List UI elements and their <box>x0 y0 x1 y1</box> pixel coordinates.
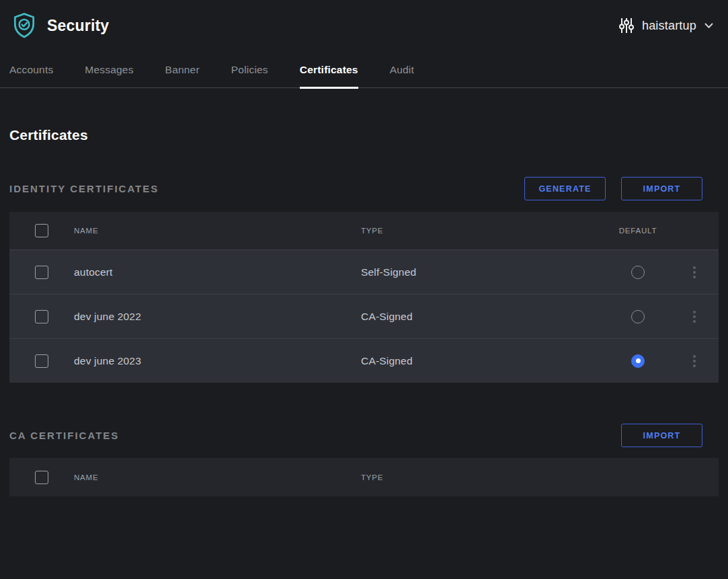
kebab-menu-icon[interactable] <box>670 311 719 323</box>
generate-button[interactable]: GENERATE <box>524 177 606 200</box>
column-header-type: TYPE <box>352 227 606 235</box>
import-ca-button[interactable]: IMPORT <box>621 424 702 447</box>
column-header-type: TYPE <box>352 473 719 481</box>
tab-messages[interactable]: Messages <box>85 64 133 87</box>
tab-certificates[interactable]: Certificates <box>300 64 358 87</box>
ca-certificates-section: CA CERTIFICATES IMPORT NAME TYPE <box>9 424 719 496</box>
table-row-dev-june-2023: dev june 2023 CA-Signed <box>9 338 719 383</box>
select-all-checkbox[interactable] <box>35 224 48 237</box>
cert-type: CA-Signed <box>352 355 606 367</box>
chevron-down-icon <box>704 23 713 29</box>
org-name: haistartup <box>642 19 696 33</box>
row-checkbox[interactable] <box>35 354 48 368</box>
tab-policies[interactable]: Policies <box>231 64 268 87</box>
org-switcher[interactable]: haistartup <box>619 17 716 34</box>
app-title: Security <box>47 17 109 35</box>
tab-banner[interactable]: Banner <box>165 64 200 87</box>
cert-type: CA-Signed <box>352 311 606 323</box>
app-header: Security haistartup <box>0 0 728 40</box>
column-header-default: DEFAULT <box>606 227 670 235</box>
page-title: Certificates <box>9 127 719 143</box>
table-header-row: NAME TYPE DEFAULT <box>9 212 719 249</box>
select-all-checkbox[interactable] <box>35 471 48 484</box>
import-identity-button[interactable]: IMPORT <box>621 177 702 200</box>
sliders-icon <box>619 17 634 34</box>
row-checkbox[interactable] <box>35 266 48 279</box>
identity-certificates-table: NAME TYPE DEFAULT autocert Self-Signed d… <box>9 212 719 383</box>
ca-certificates-table: NAME TYPE <box>9 458 719 496</box>
cert-name: dev june 2023 <box>65 355 352 367</box>
table-header-row: NAME TYPE <box>9 458 719 496</box>
app-branding: Security <box>12 12 109 39</box>
column-header-name: NAME <box>65 227 352 235</box>
kebab-menu-icon[interactable] <box>670 266 719 278</box>
cert-name: dev june 2022 <box>65 311 352 323</box>
shield-check-icon <box>12 12 36 39</box>
certificates-page: Certificates IDENTITY CERTIFICATES GENER… <box>0 127 728 496</box>
default-radio[interactable] <box>631 354 645 368</box>
column-header-name: NAME <box>65 473 352 481</box>
tab-accounts[interactable]: Accounts <box>9 64 53 87</box>
table-row-autocert: autocert Self-Signed <box>9 249 719 294</box>
default-radio[interactable] <box>631 266 645 279</box>
tab-audit[interactable]: Audit <box>390 64 414 87</box>
identity-certificates-section: IDENTITY CERTIFICATES GENERATE IMPORT NA… <box>9 177 719 383</box>
row-checkbox[interactable] <box>35 310 48 323</box>
default-radio[interactable] <box>631 310 645 323</box>
identity-certificates-title: IDENTITY CERTIFICATES <box>9 183 159 194</box>
table-row-dev-june-2022: dev june 2022 CA-Signed <box>9 294 719 338</box>
ca-certificates-title: CA CERTIFICATES <box>9 430 119 441</box>
tab-bar: Accounts Messages Banner Policies Certif… <box>0 40 728 88</box>
kebab-menu-icon[interactable] <box>670 355 719 367</box>
cert-type: Self-Signed <box>352 266 606 278</box>
cert-name: autocert <box>65 266 352 278</box>
